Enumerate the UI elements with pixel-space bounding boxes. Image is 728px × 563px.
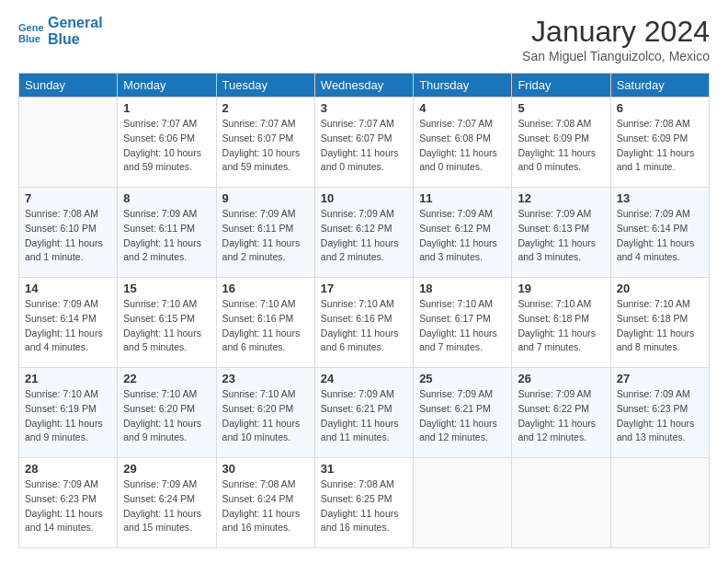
day-info: Sunrise: 7:10 AM Sunset: 6:18 PM Dayligh… <box>518 297 604 355</box>
logo-icon: General Blue <box>18 18 44 44</box>
day-info: Sunrise: 7:07 AM Sunset: 6:06 PM Dayligh… <box>123 117 210 175</box>
svg-text:Blue: Blue <box>18 33 40 44</box>
day-number: 19 <box>518 282 604 295</box>
calendar-cell: 5Sunrise: 7:08 AM Sunset: 6:09 PM Daylig… <box>512 98 610 188</box>
calendar-cell: 14Sunrise: 7:09 AM Sunset: 6:14 PM Dayli… <box>19 278 118 368</box>
day-info: Sunrise: 7:10 AM Sunset: 6:20 PM Dayligh… <box>123 387 210 445</box>
day-number: 23 <box>222 372 309 385</box>
calendar-table: SundayMondayTuesdayWednesdayThursdayFrid… <box>18 73 710 548</box>
calendar-cell: 16Sunrise: 7:10 AM Sunset: 6:16 PM Dayli… <box>216 278 314 368</box>
calendar-cell: 18Sunrise: 7:10 AM Sunset: 6:17 PM Dayli… <box>414 278 512 368</box>
day-info: Sunrise: 7:09 AM Sunset: 6:23 PM Dayligh… <box>25 477 111 535</box>
calendar-cell: 29Sunrise: 7:09 AM Sunset: 6:24 PM Dayli… <box>118 458 216 548</box>
location: San Miguel Tianguizolco, Mexico <box>522 49 710 63</box>
calendar-cell: 8Sunrise: 7:09 AM Sunset: 6:11 PM Daylig… <box>118 188 216 278</box>
day-number: 6 <box>617 101 703 115</box>
logo-general: General <box>48 15 103 31</box>
day-number: 10 <box>321 191 407 205</box>
calendar-week-row: 28Sunrise: 7:09 AM Sunset: 6:23 PM Dayli… <box>19 458 710 548</box>
day-info: Sunrise: 7:08 AM Sunset: 6:09 PM Dayligh… <box>617 117 703 175</box>
day-number: 26 <box>518 372 604 385</box>
calendar-cell: 31Sunrise: 7:08 AM Sunset: 6:25 PM Dayli… <box>314 458 413 548</box>
day-info: Sunrise: 7:09 AM Sunset: 6:22 PM Dayligh… <box>518 387 604 445</box>
day-info: Sunrise: 7:07 AM Sunset: 6:07 PM Dayligh… <box>321 117 407 175</box>
page: General Blue General Blue January 2024 S… <box>0 0 728 563</box>
day-number: 27 <box>617 372 703 385</box>
calendar-cell: 23Sunrise: 7:10 AM Sunset: 6:20 PM Dayli… <box>216 368 314 458</box>
day-info: Sunrise: 7:08 AM Sunset: 6:10 PM Dayligh… <box>25 207 111 265</box>
day-number: 1 <box>123 101 210 115</box>
day-info: Sunrise: 7:07 AM Sunset: 6:07 PM Dayligh… <box>222 117 309 175</box>
day-info: Sunrise: 7:08 AM Sunset: 6:24 PM Dayligh… <box>222 477 309 535</box>
calendar-cell: 20Sunrise: 7:10 AM Sunset: 6:18 PM Dayli… <box>610 278 709 368</box>
weekday-header-sunday: Sunday <box>19 74 118 98</box>
logo: General Blue General Blue <box>18 15 103 47</box>
day-number: 12 <box>518 191 604 205</box>
calendar-week-row: 14Sunrise: 7:09 AM Sunset: 6:14 PM Dayli… <box>19 278 710 368</box>
day-info: Sunrise: 7:07 AM Sunset: 6:08 PM Dayligh… <box>419 117 506 175</box>
calendar-cell: 17Sunrise: 7:10 AM Sunset: 6:16 PM Dayli… <box>314 278 413 368</box>
calendar-cell: 13Sunrise: 7:09 AM Sunset: 6:14 PM Dayli… <box>610 188 709 278</box>
calendar-cell: 11Sunrise: 7:09 AM Sunset: 6:12 PM Dayli… <box>414 188 512 278</box>
day-number: 7 <box>25 191 111 205</box>
calendar-week-row: 1Sunrise: 7:07 AM Sunset: 6:06 PM Daylig… <box>19 98 710 188</box>
calendar-cell: 21Sunrise: 7:10 AM Sunset: 6:19 PM Dayli… <box>19 368 118 458</box>
calendar-cell <box>414 458 512 548</box>
day-number: 29 <box>123 462 210 476</box>
calendar-cell: 9Sunrise: 7:09 AM Sunset: 6:11 PM Daylig… <box>216 188 314 278</box>
day-number: 21 <box>25 372 111 385</box>
day-info: Sunrise: 7:10 AM Sunset: 6:17 PM Dayligh… <box>419 297 506 355</box>
day-info: Sunrise: 7:10 AM Sunset: 6:20 PM Dayligh… <box>222 387 309 445</box>
day-info: Sunrise: 7:10 AM Sunset: 6:15 PM Dayligh… <box>123 297 210 355</box>
calendar-cell <box>610 458 709 548</box>
weekday-header-thursday: Thursday <box>414 74 512 98</box>
day-number: 13 <box>617 191 703 205</box>
calendar-cell: 1Sunrise: 7:07 AM Sunset: 6:06 PM Daylig… <box>118 98 216 188</box>
day-info: Sunrise: 7:09 AM Sunset: 6:14 PM Dayligh… <box>25 297 111 355</box>
calendar-cell: 27Sunrise: 7:09 AM Sunset: 6:23 PM Dayli… <box>610 368 709 458</box>
calendar-cell: 30Sunrise: 7:08 AM Sunset: 6:24 PM Dayli… <box>216 458 314 548</box>
day-number: 30 <box>222 462 309 476</box>
calendar-cell: 25Sunrise: 7:09 AM Sunset: 6:21 PM Dayli… <box>414 368 512 458</box>
day-info: Sunrise: 7:09 AM Sunset: 6:14 PM Dayligh… <box>617 207 703 265</box>
logo-blue: Blue <box>48 31 103 48</box>
calendar-cell <box>19 98 118 188</box>
day-number: 17 <box>321 282 407 295</box>
title-block: January 2024 San Miguel Tianguizolco, Me… <box>522 15 710 63</box>
day-number: 15 <box>123 282 210 295</box>
calendar-header-row: SundayMondayTuesdayWednesdayThursdayFrid… <box>19 74 710 98</box>
day-number: 4 <box>419 101 506 115</box>
calendar-cell: 26Sunrise: 7:09 AM Sunset: 6:22 PM Dayli… <box>512 368 610 458</box>
calendar-week-row: 21Sunrise: 7:10 AM Sunset: 6:19 PM Dayli… <box>19 368 710 458</box>
day-number: 25 <box>419 372 506 385</box>
day-number: 11 <box>419 191 506 205</box>
calendar-cell: 10Sunrise: 7:09 AM Sunset: 6:12 PM Dayli… <box>314 188 413 278</box>
day-info: Sunrise: 7:09 AM Sunset: 6:21 PM Dayligh… <box>419 387 506 445</box>
day-number: 5 <box>518 101 604 115</box>
day-number: 22 <box>123 372 210 385</box>
day-info: Sunrise: 7:10 AM Sunset: 6:18 PM Dayligh… <box>617 297 703 355</box>
day-number: 28 <box>25 462 111 476</box>
day-info: Sunrise: 7:09 AM Sunset: 6:12 PM Dayligh… <box>321 207 407 265</box>
day-info: Sunrise: 7:09 AM Sunset: 6:24 PM Dayligh… <box>123 477 210 535</box>
weekday-header-tuesday: Tuesday <box>216 74 314 98</box>
day-number: 14 <box>25 282 111 295</box>
day-number: 3 <box>321 101 407 115</box>
day-number: 8 <box>123 191 210 205</box>
calendar-cell: 24Sunrise: 7:09 AM Sunset: 6:21 PM Dayli… <box>314 368 413 458</box>
day-number: 24 <box>321 372 407 385</box>
calendar-cell: 3Sunrise: 7:07 AM Sunset: 6:07 PM Daylig… <box>314 98 413 188</box>
day-info: Sunrise: 7:09 AM Sunset: 6:11 PM Dayligh… <box>222 207 309 265</box>
day-info: Sunrise: 7:09 AM Sunset: 6:13 PM Dayligh… <box>518 207 604 265</box>
weekday-header-saturday: Saturday <box>610 74 709 98</box>
calendar-cell: 22Sunrise: 7:10 AM Sunset: 6:20 PM Dayli… <box>118 368 216 458</box>
day-number: 2 <box>222 101 309 115</box>
weekday-header-wednesday: Wednesday <box>314 74 413 98</box>
day-number: 16 <box>222 282 309 295</box>
day-info: Sunrise: 7:09 AM Sunset: 6:12 PM Dayligh… <box>419 207 506 265</box>
day-number: 9 <box>222 191 309 205</box>
calendar-cell: 2Sunrise: 7:07 AM Sunset: 6:07 PM Daylig… <box>216 98 314 188</box>
calendar-cell: 4Sunrise: 7:07 AM Sunset: 6:08 PM Daylig… <box>414 98 512 188</box>
day-info: Sunrise: 7:09 AM Sunset: 6:21 PM Dayligh… <box>321 387 407 445</box>
calendar-cell: 7Sunrise: 7:08 AM Sunset: 6:10 PM Daylig… <box>19 188 118 278</box>
